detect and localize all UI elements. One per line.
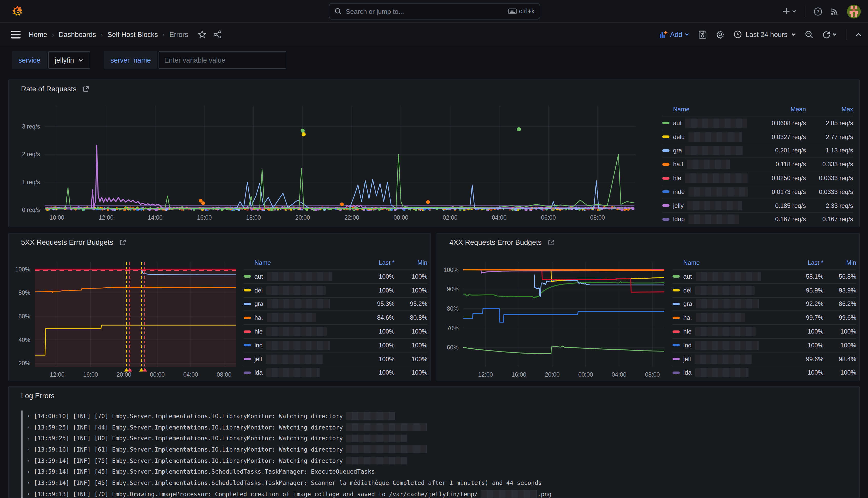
- search-bar[interactable]: ctrl+k: [329, 3, 540, 19]
- legend-value: 0.167 req/s: [752, 216, 806, 223]
- legend-col-1[interactable]: Last *: [357, 259, 395, 266]
- legend-series-name[interactable]: hle: [244, 327, 357, 336]
- legend-series-name[interactable]: jell: [244, 354, 357, 364]
- panel-title[interactable]: Rate of Requests: [21, 85, 89, 93]
- log-row[interactable]: ›[13:59:16] [INF] [61] Emby.Server.Imple…: [21, 444, 854, 455]
- external-link-icon[interactable]: [548, 239, 555, 246]
- log-row[interactable]: ›[13:59:13] [INF] [70] Emby.Drawing.Imag…: [21, 488, 854, 498]
- add-panel-button[interactable]: Add: [659, 30, 690, 38]
- legend-series-name[interactable]: del: [244, 286, 357, 295]
- expand-chevron-icon[interactable]: ›: [27, 444, 34, 455]
- zoom-out-button[interactable]: [805, 30, 814, 39]
- log-row[interactable]: ›[13:59:25] [INF] [80] Emby.Server.Imple…: [21, 433, 854, 444]
- legend-series-name[interactable]: ind: [244, 341, 357, 350]
- collapse-bar-button[interactable]: [855, 31, 862, 38]
- legend-series-name[interactable]: del: [672, 286, 785, 295]
- legend-series-name[interactable]: ha.: [672, 313, 785, 323]
- log-row[interactable]: ›[14:00:10] [INF] [70] Emby.Server.Imple…: [21, 410, 854, 421]
- expand-chevron-icon[interactable]: ›: [27, 466, 34, 477]
- redacted-text: [695, 327, 756, 336]
- legend-series-name[interactable]: hle: [672, 327, 785, 336]
- legend-series-name[interactable]: gra: [244, 299, 357, 309]
- legend-col-1[interactable]: Mean: [752, 106, 806, 113]
- menu-toggle-button[interactable]: [11, 31, 21, 40]
- svg-text:12:00: 12:00: [50, 371, 65, 378]
- legend-series-name[interactable]: ha.: [244, 313, 357, 323]
- legend-col-2[interactable]: Min: [823, 259, 856, 266]
- dashboard-settings-button[interactable]: [716, 30, 725, 39]
- legend-series-name[interactable]: aut: [662, 119, 752, 128]
- legend-col-2[interactable]: Min: [395, 259, 427, 266]
- legend-series-name[interactable]: ldap: [662, 215, 752, 224]
- legend-row: lda100%100%: [244, 366, 427, 379]
- expand-chevron-icon[interactable]: ›: [27, 410, 34, 421]
- expand-chevron-icon[interactable]: ›: [27, 455, 34, 466]
- favorite-star-button[interactable]: [198, 30, 206, 39]
- legend-series-name[interactable]: hle: [662, 173, 752, 183]
- save-dashboard-button[interactable]: [698, 30, 707, 39]
- legend-col-2[interactable]: Max: [806, 106, 853, 113]
- log-row[interactable]: ›[13:59:25] [INF] [44] Emby.Server.Imple…: [21, 421, 854, 433]
- legend-series-name[interactable]: jell: [672, 354, 785, 364]
- expand-chevron-icon[interactable]: ›: [27, 433, 34, 444]
- legend-value: 100%: [357, 287, 395, 294]
- legend-series-name[interactable]: aut: [672, 272, 785, 281]
- legend-series-name[interactable]: ha.t: [662, 160, 752, 169]
- legend-series-name[interactable]: ind: [672, 341, 785, 350]
- svg-text:06:00: 06:00: [541, 214, 556, 221]
- redacted-text: [346, 446, 427, 453]
- legend-value: 100%: [395, 355, 427, 363]
- series-color-pill: [244, 330, 251, 333]
- grafana-logo-icon[interactable]: [11, 5, 24, 17]
- legend-series-name[interactable]: inde: [662, 187, 752, 197]
- time-range-picker[interactable]: Last 24 hours: [734, 30, 796, 39]
- add-new-button[interactable]: [783, 8, 797, 15]
- log-row[interactable]: ›[13:59:14] [INF] [75] Emby.Server.Imple…: [21, 455, 854, 466]
- log-row[interactable]: ›[13:59:14] [INF] [45] Emby.Server.Imple…: [21, 466, 854, 477]
- legend-series-name[interactable]: delu: [662, 132, 752, 141]
- share-button[interactable]: [213, 30, 222, 39]
- legend-series-name[interactable]: gra: [672, 299, 785, 309]
- breadcrumb-home[interactable]: Home: [29, 30, 47, 38]
- refresh-button[interactable]: [822, 30, 837, 39]
- legend-col-name[interactable]: Name: [662, 106, 752, 113]
- panel-title[interactable]: 4XX Requests Error Budgets: [450, 238, 555, 246]
- legend-col-name[interactable]: Name: [244, 259, 357, 266]
- legend-row: jelly0.185 req/s2.33 req/s: [662, 199, 853, 212]
- shortcut-hint: ctrl+k: [508, 8, 535, 15]
- variable-input-server-name[interactable]: [159, 51, 286, 69]
- breadcrumb-dashboards[interactable]: Dashboards: [59, 30, 96, 38]
- legend-value: 100%: [823, 369, 856, 376]
- legend-series-name[interactable]: lda: [244, 368, 357, 377]
- legend-row: ind100%100%: [672, 338, 856, 352]
- legend-col-1[interactable]: Last *: [785, 259, 823, 266]
- breadcrumb-separator: ›: [163, 30, 165, 38]
- log-row[interactable]: ›[13:59:14] [INF] [45] Emby.Server.Imple…: [21, 477, 854, 488]
- external-link-icon[interactable]: [83, 86, 89, 92]
- panel-title[interactable]: 5XX Requests Error Budgets: [21, 238, 126, 246]
- svg-text:80%: 80%: [447, 305, 459, 312]
- expand-chevron-icon[interactable]: ›: [27, 421, 34, 433]
- variable-label-service: service: [12, 51, 47, 69]
- expand-chevron-icon[interactable]: ›: [27, 477, 34, 488]
- external-link-icon[interactable]: [120, 239, 126, 246]
- search-input[interactable]: [346, 8, 508, 15]
- svg-text:90%: 90%: [447, 286, 459, 292]
- panel-title[interactable]: Log Errors: [21, 392, 55, 400]
- legend-col-name[interactable]: Name: [672, 259, 785, 266]
- svg-text:04:00: 04:00: [612, 371, 627, 378]
- svg-text:80%: 80%: [18, 289, 30, 296]
- legend-row: ha.99.7%99.6%: [672, 311, 856, 325]
- variable-select-service[interactable]: jellyfin: [48, 51, 91, 69]
- legend-series-name[interactable]: gra: [662, 146, 752, 155]
- legend-series-name[interactable]: lda: [672, 368, 785, 377]
- user-avatar[interactable]: [847, 4, 861, 18]
- news-rss-button[interactable]: [830, 7, 839, 15]
- breadcrumb-folder[interactable]: Self Host Blocks: [107, 30, 158, 38]
- expand-chevron-icon[interactable]: ›: [27, 488, 34, 498]
- legend-header: NameLast *Min: [672, 256, 856, 270]
- legend-series-name[interactable]: jelly: [662, 201, 752, 210]
- help-button[interactable]: ?: [814, 7, 822, 16]
- legend-series-name[interactable]: aut: [244, 272, 357, 281]
- log-message: [13:59:14] [INF] [45] Emby.Server.Implem…: [34, 466, 375, 477]
